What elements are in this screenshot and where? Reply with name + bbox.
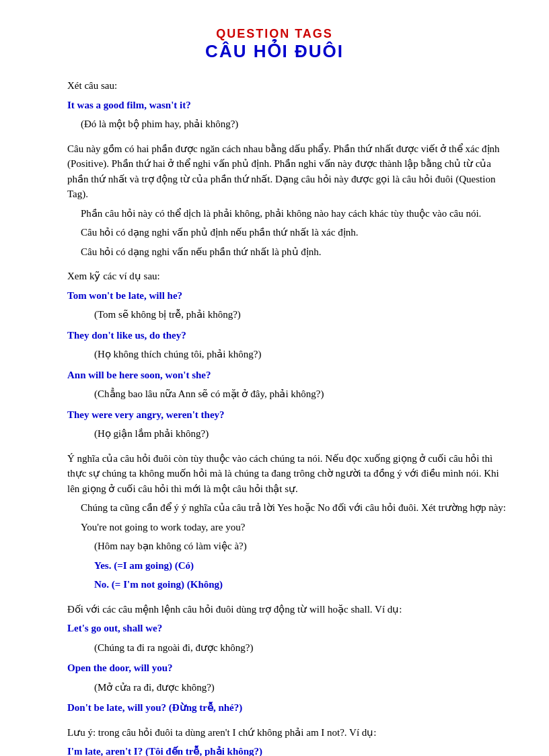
examples-label: Xem kỹ các ví dụ sau:	[67, 269, 509, 284]
example-3: Ann will be here soon, won't she? (Chẳng…	[67, 368, 509, 402]
section-intro: Xét câu sau: It was a good film, wasn't …	[40, 78, 509, 132]
imperative-example-3: Don't be late, will you? (Đừng trễ, nhé?…	[67, 700, 509, 716]
section-meaning: Ý nghĩa của câu hỏi đuôi còn tùy thuộc v…	[40, 451, 509, 592]
imperative-example-1: Let's go out, shall we? (Chúng ta đi ra …	[67, 621, 509, 655]
note-example: I'm late, aren't I? (Tôi đến trễ, phải k…	[67, 744, 509, 756]
example-1-sentence: Tom won't be late, will he?	[67, 288, 509, 304]
explanation-para1: Câu này gồm có hai phần được ngăn cách n…	[67, 141, 509, 202]
page-header: QUESTION TAGS CÂU HỎI ĐUÔI	[40, 27, 509, 62]
section-examples: Xem kỹ các ví dụ sau: Tom won't be late,…	[40, 269, 509, 442]
meaning-example-translation: (Hôm nay bạn không có làm việc à?)	[94, 539, 509, 554]
header-title-english: QUESTION TAGS	[40, 27, 509, 41]
meaning-para1: Ý nghĩa của câu hỏi đuôi còn tùy thuộc v…	[67, 451, 509, 497]
example-4-translation: (Họ giận lắm phải không?)	[94, 426, 509, 442]
example-2-translation: (Họ không thích chúng tôi, phải không?)	[94, 347, 509, 362]
explanation-indent3: Câu hỏi có dạng nghi vấn nếu phần thứ nh…	[81, 244, 509, 260]
explanation-indent1: Phần câu hỏi này có thể dịch là phải khô…	[81, 206, 509, 221]
section-explanation: Câu này gồm có hai phần được ngăn cách n…	[40, 141, 509, 260]
meaning-no: No. (= I'm not going) (Không)	[94, 577, 509, 592]
example-1: Tom won't be late, will he? (Tom sẽ khôn…	[67, 288, 509, 322]
imperatives-para1: Đối với các câu mệnh lệnh câu hỏi đuôi d…	[67, 602, 509, 617]
intro-example: It was a good film, wasn't it?	[67, 98, 509, 113]
imperative-2-translation: (Mở cửa ra đi, được không?)	[94, 680, 509, 695]
imperative-2-sentence: Open the door, will you?	[67, 660, 509, 676]
imperative-example-2: Open the door, will you? (Mở cửa ra đi, …	[67, 660, 509, 695]
example-4: They were very angry, weren't they? (Họ …	[67, 407, 509, 442]
example-1-translation: (Tom sẽ không bị trễ, phải không?)	[94, 307, 509, 322]
intro-label: Xét câu sau:	[67, 78, 509, 94]
header-title-vietnamese: CÂU HỎI ĐUÔI	[40, 41, 509, 62]
example-3-translation: (Chẳng bao lâu nữa Ann sẽ có mặt ở đây, …	[94, 386, 509, 402]
imperative-1-translation: (Chúng ta đi ra ngoài đi, được không?)	[94, 640, 509, 656]
explanation-indent2: Câu hỏi có dạng nghi vấn phủ định nếu ph…	[81, 225, 509, 240]
section-note: Lưu ý: trong câu hỏi đuôi ta dùng aren't…	[40, 725, 509, 757]
section-imperatives: Đối với các câu mệnh lệnh câu hỏi đuôi d…	[40, 602, 509, 716]
example-3-sentence: Ann will be here soon, won't she?	[67, 368, 509, 383]
meaning-example-sentence: You're not going to work today, are you?	[81, 520, 509, 535]
intro-translation: (Đó là một bộ phim hay, phải không?)	[81, 116, 509, 132]
example-2: They don't like us, do they? (Họ không t…	[67, 328, 509, 362]
imperative-1-sentence: Let's go out, shall we?	[67, 621, 509, 636]
imperative-3-sentence: Don't be late, will you? (Đừng trễ, nhé?…	[67, 700, 509, 716]
note-para1: Lưu ý: trong câu hỏi đuôi ta dùng aren't…	[67, 725, 509, 741]
meaning-indent1: Chúng ta cũng cần để ý ý nghĩa của câu t…	[81, 500, 509, 516]
example-4-sentence: They were very angry, weren't they?	[67, 407, 509, 423]
example-2-sentence: They don't like us, do they?	[67, 328, 509, 343]
meaning-yes: Yes. (=I am going) (Có)	[94, 558, 509, 574]
